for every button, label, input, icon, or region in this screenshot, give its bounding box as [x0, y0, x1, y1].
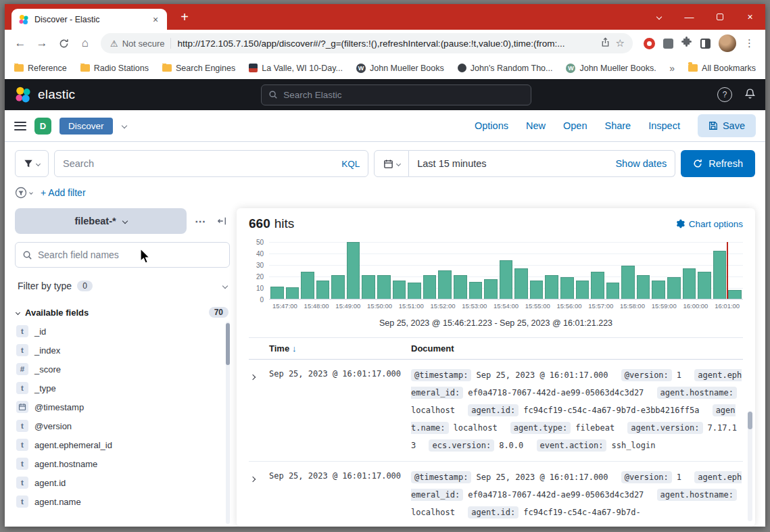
add-filter-link[interactable]: + Add filter	[41, 187, 86, 198]
options-link[interactable]: Options	[475, 120, 508, 131]
elastic-search-input[interactable]: Search Elastic	[261, 84, 531, 105]
collapse-sidebar-icon[interactable]	[214, 213, 230, 229]
bookmark-item[interactable]: John's Random Tho...	[458, 64, 553, 73]
index-pattern-selector[interactable]: filebeat-*	[15, 208, 187, 234]
histogram-bar[interactable]	[316, 281, 330, 299]
query-filter-dropdown-button[interactable]	[15, 150, 49, 177]
sidebar-toggle-icon[interactable]	[700, 39, 711, 49]
sidebar-scrollbar[interactable]	[226, 322, 230, 524]
histogram-bar[interactable]	[377, 275, 391, 299]
histogram-bar[interactable]	[454, 275, 467, 299]
histogram-bar[interactable]	[500, 260, 513, 299]
field-item[interactable]: tagent.hostname	[15, 454, 223, 473]
extension-photos-icon[interactable]	[663, 39, 673, 49]
bookmark-item[interactable]: WJohn Mueller Books	[356, 64, 444, 73]
browser-menu-kebab-icon[interactable]: ⋮	[744, 37, 754, 49]
field-item[interactable]: t_type	[15, 379, 223, 397]
refresh-button[interactable]: Refresh	[681, 150, 755, 177]
histogram-bar[interactable]	[530, 281, 544, 299]
histogram-bar[interactable]	[301, 272, 314, 299]
share-icon[interactable]	[600, 37, 610, 49]
reload-icon[interactable]	[53, 33, 74, 53]
histogram-bar[interactable]	[560, 277, 574, 299]
profile-avatar[interactable]	[719, 34, 736, 52]
histogram-bar[interactable]	[683, 268, 696, 299]
home-icon[interactable]: ⌂	[75, 33, 95, 53]
address-bar[interactable]: ⚠ Not secure http://172.105.7.150/app/di…	[101, 33, 633, 53]
scrollbar-thumb[interactable]	[226, 323, 230, 365]
time-column-header[interactable]: Time↓	[269, 343, 411, 354]
time-range-field[interactable]: Last 15 minutes Show dates	[409, 150, 675, 177]
histogram-bar[interactable]	[728, 290, 742, 299]
space-badge[interactable]: D	[34, 118, 51, 135]
bookmark-item[interactable]: Search Engines	[162, 64, 235, 73]
inspect-link[interactable]: Inspect	[648, 120, 680, 131]
bookmark-star-icon[interactable]: ☆	[616, 37, 625, 49]
tab-close-icon[interactable]: ×	[149, 14, 162, 26]
expand-row-button[interactable]	[249, 366, 269, 382]
histogram-bar[interactable]	[438, 270, 452, 299]
new-link[interactable]: New	[526, 120, 546, 131]
expand-row-button[interactable]	[249, 468, 269, 484]
histogram-bar[interactable]	[393, 281, 406, 299]
histogram-bar[interactable]	[698, 272, 711, 299]
new-tab-button[interactable]: +	[175, 7, 194, 26]
date-picker-button[interactable]	[374, 150, 409, 177]
filter-menu-icon[interactable]	[15, 187, 32, 199]
histogram-bar[interactable]	[591, 272, 604, 299]
histogram-bar[interactable]	[621, 266, 635, 299]
histogram-bar[interactable]	[606, 283, 620, 299]
histogram-bar[interactable]	[652, 281, 665, 299]
field-item[interactable]: t_index	[15, 341, 223, 360]
field-item[interactable]: #_score	[15, 360, 223, 379]
scrollbar-thumb[interactable]	[748, 412, 752, 429]
field-item[interactable]: @timestamp	[15, 397, 223, 416]
share-link[interactable]: Share	[604, 120, 631, 131]
all-bookmarks-button[interactable]: All Bookmarks	[688, 64, 756, 73]
save-button[interactable]: Save	[698, 114, 756, 137]
help-icon[interactable]: ?	[717, 87, 732, 102]
field-item[interactable]: t_id	[15, 322, 223, 341]
sort-down-icon[interactable]: ↓	[292, 343, 297, 354]
filter-by-type-toggle[interactable]: Filter by type 0	[15, 273, 230, 299]
available-fields-header[interactable]: Available fields 70	[15, 307, 230, 318]
not-secure-warning-icon[interactable]: ⚠	[110, 39, 118, 49]
field-item[interactable]: tagent.ephemeral_id	[15, 435, 223, 454]
forward-icon[interactable]: →	[32, 33, 52, 53]
show-dates-link[interactable]: Show dates	[615, 158, 667, 169]
histogram-bar[interactable]	[270, 287, 284, 299]
window-maximize-button[interactable]	[704, 4, 735, 30]
alerts-bell-icon[interactable]	[744, 88, 756, 102]
tab-search-chevron-icon[interactable]	[644, 4, 674, 30]
histogram-bar[interactable]	[331, 275, 345, 299]
histogram-bar[interactable]	[362, 275, 375, 299]
bookmark-item[interactable]: La Valle, WI 10-Day...	[249, 64, 343, 73]
histogram-bar[interactable]	[484, 279, 498, 299]
histogram-bar[interactable]	[545, 275, 558, 299]
breadcrumb[interactable]: Discover	[59, 118, 113, 135]
kql-search-input[interactable]: Search KQL	[54, 150, 368, 177]
browser-tab[interactable]: Discover - Elastic ×	[11, 9, 167, 30]
bookmarks-overflow-icon[interactable]: »	[669, 63, 675, 74]
breadcrumb-chevron-icon[interactable]	[121, 123, 126, 128]
histogram-bar[interactable]	[347, 242, 360, 299]
histogram-bar[interactable]	[637, 275, 650, 299]
field-search-input[interactable]: Search field names	[15, 242, 230, 268]
url-text[interactable]: http://172.105.7.150/app/discover#/?_g=(…	[178, 39, 596, 49]
field-item[interactable]: t@version	[15, 416, 223, 435]
bookmark-item[interactable]: Radio Stations	[80, 64, 149, 73]
histogram-bar[interactable]	[514, 268, 528, 299]
extensions-puzzle-icon[interactable]	[681, 37, 692, 50]
results-scrollbar[interactable]	[748, 411, 752, 521]
bookmark-item[interactable]: Reference	[14, 64, 67, 73]
field-item[interactable]: tagent.id	[15, 473, 223, 492]
window-minimize-button[interactable]: —	[674, 4, 704, 30]
sidebar-options-ellipsis-icon[interactable]: ⋯	[192, 213, 208, 229]
extension-red-icon[interactable]	[644, 38, 655, 49]
open-link[interactable]: Open	[563, 120, 587, 131]
back-icon[interactable]: ←	[10, 33, 30, 53]
field-item[interactable]: tagent.name	[15, 492, 223, 511]
window-close-button[interactable]: ×	[735, 4, 765, 30]
histogram-bar[interactable]	[286, 287, 299, 299]
histogram-bar[interactable]	[469, 282, 483, 299]
